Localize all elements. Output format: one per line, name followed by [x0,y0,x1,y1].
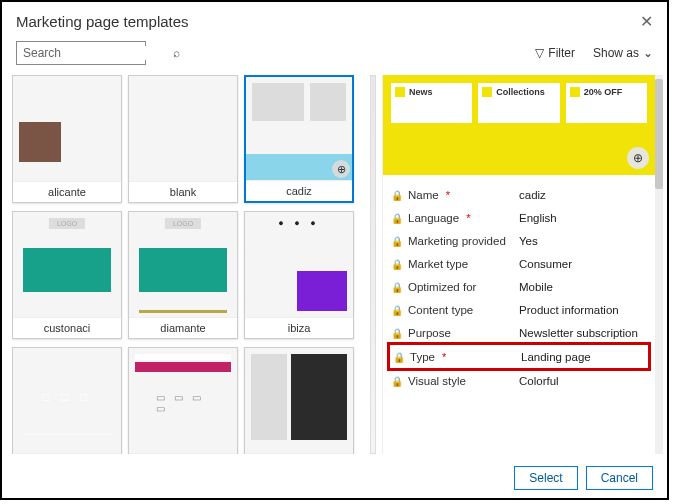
field-value: Consumer [519,258,647,270]
template-card-mallorca[interactable]: mallorca [12,347,122,454]
template-label: custonaci [13,317,121,338]
preview-tile: News [391,83,472,123]
template-card-cadiz[interactable]: ⊕ cadiz [244,75,354,203]
template-card-alicante[interactable]: alicante [12,75,122,203]
field-label: Purpose [408,327,451,339]
field-visual-style: 🔒Visual style* Colorful [389,369,649,392]
thumbnail: ⊕ [246,77,352,180]
search-icon[interactable]: ⌕ [173,46,180,60]
lock-icon: 🔒 [391,213,403,224]
toolbar-right: ▽ Filter Show as ⌄ [535,46,653,60]
toolbar: ⌕ ▽ Filter Show as ⌄ [2,37,667,75]
dialog-title: Marketing page templates [16,13,189,30]
field-value: Newsletter subscription [519,327,647,339]
field-purpose: 🔒Purpose* Newsletter subscription [389,321,649,344]
search-box[interactable]: ⌕ [16,41,146,65]
lock-icon: 🔒 [393,352,405,363]
template-picker-dialog: Marketing page templates ✕ ⌕ ▽ Filter Sh… [0,0,669,500]
lock-icon: 🔒 [391,282,403,293]
chevron-down-icon: ⌄ [643,46,653,60]
field-name: 🔒Name* cadiz [389,183,649,206]
template-label: diamante [129,317,237,338]
thumbnail [13,212,121,317]
content: alicante blank ⊕ cadiz custonaci diamant… [2,75,667,458]
thumbnail [245,348,353,453]
preview-tile-label: 20% OFF [584,87,623,97]
lock-icon: 🔒 [391,236,403,247]
field-value: Mobile [519,281,647,293]
preview-tile-label: Collections [496,87,545,97]
field-label: Marketing provided [408,235,506,247]
template-label: alicante [13,181,121,202]
cancel-button[interactable]: Cancel [586,466,653,490]
field-value: cadiz [519,189,647,201]
lock-icon: 🔒 [391,190,403,201]
lock-icon: 🔒 [391,259,403,270]
field-value: Colorful [519,375,647,387]
template-card-diamante[interactable]: diamante [128,211,238,339]
template-label: blank [129,181,237,202]
field-label: Market type [408,258,468,270]
select-button[interactable]: Select [514,466,577,490]
thumbnail [13,76,121,181]
template-label: palma [245,453,353,454]
template-label: ibiza [245,317,353,338]
details-panel: News Collections 20% OFF ⊕ 🔒Nam [382,75,663,454]
preview-tile: 20% OFF [566,83,647,123]
field-market-type: 🔒Market type* Consumer [389,252,649,275]
template-preview: News Collections 20% OFF ⊕ [383,75,655,175]
zoom-icon[interactable]: ⊕ [627,147,649,169]
lock-icon: 🔒 [391,305,403,316]
zoom-icon[interactable]: ⊕ [332,160,350,178]
thumbnail [129,348,237,453]
field-label: Type [410,351,435,363]
show-as-label: Show as [593,46,639,60]
show-as-button[interactable]: Show as ⌄ [593,46,653,60]
preview-tile-label: News [409,87,433,97]
field-marketing-provided: 🔒Marketing provided* Yes [389,229,649,252]
template-label: marbella [129,453,237,454]
thumbnail [129,76,237,181]
field-label: Optimized for [408,281,476,293]
field-label: Visual style [408,375,466,387]
gallery-scrollbar[interactable] [370,75,376,454]
template-card-blank[interactable]: blank [128,75,238,203]
field-value: Landing page [521,351,645,363]
field-value: Yes [519,235,647,247]
field-content-type: 🔒Content type* Product information [389,298,649,321]
template-card-palma[interactable]: palma [244,347,354,454]
template-card-ibiza[interactable]: ibiza [244,211,354,339]
details-scrollbar[interactable] [655,75,663,454]
field-value: English [519,212,647,224]
thumbnail [245,212,353,317]
filter-button[interactable]: ▽ Filter [535,46,575,60]
field-language: 🔒Language* English [389,206,649,229]
dialog-header: Marketing page templates ✕ [2,2,667,37]
template-gallery[interactable]: alicante blank ⊕ cadiz custonaci diamant… [12,75,364,454]
template-card-marbella[interactable]: marbella [128,347,238,454]
close-icon[interactable]: ✕ [640,12,653,31]
field-type: 🔒Type* Landing page [389,344,649,369]
template-label: mallorca [13,453,121,454]
template-label: cadiz [246,180,352,201]
field-optimized-for: 🔒Optimized for* Mobile [389,275,649,298]
search-input[interactable] [23,46,173,60]
lock-icon: 🔒 [391,328,403,339]
template-card-custonaci[interactable]: custonaci [12,211,122,339]
thumbnail [129,212,237,317]
field-label: Name [408,189,439,201]
filter-icon: ▽ [535,46,544,60]
filter-label: Filter [548,46,575,60]
details-fields: 🔒Name* cadiz 🔒Language* English 🔒Marketi… [383,175,655,400]
thumbnail [13,348,121,453]
field-label: Language [408,212,459,224]
preview-tile: Collections [478,83,559,123]
field-value: Product information [519,304,647,316]
field-label: Content type [408,304,473,316]
lock-icon: 🔒 [391,376,403,387]
dialog-footer: Select Cancel [2,458,667,498]
